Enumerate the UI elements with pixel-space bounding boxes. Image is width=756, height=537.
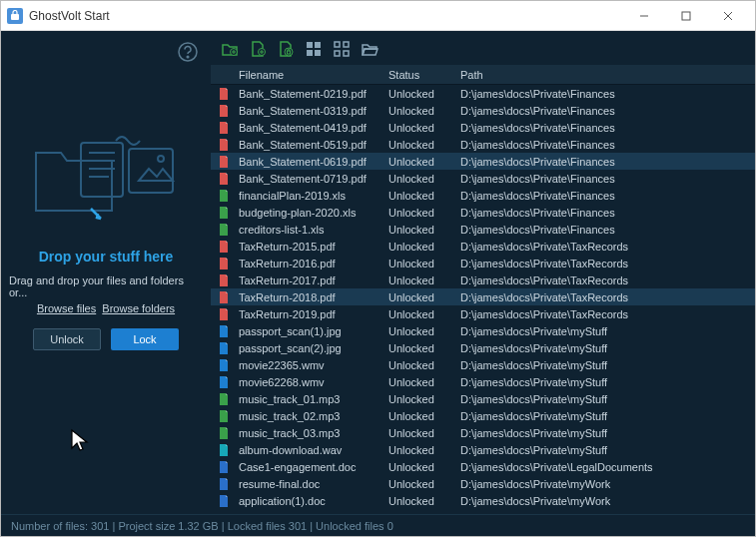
file-name: movie62268.wmv (239, 376, 388, 388)
security-icon[interactable] (275, 38, 297, 60)
open-folder-icon[interactable] (359, 38, 380, 60)
table-row[interactable]: passport_scan(1).jpgUnlockedD:\james\doc… (211, 322, 755, 339)
table-row[interactable]: resume-final.docUnlockedD:\james\docs\Pr… (211, 475, 755, 492)
file-name: TaxReturn-2015.pdf (239, 241, 388, 253)
table-row[interactable]: creditors-list-1.xlsUnlockedD:\james\doc… (211, 221, 755, 238)
statusbar: Number of files: 301 | Project size 1.32… (1, 514, 755, 536)
file-path: D:\james\docs\Private\Finances (460, 122, 755, 134)
file-name: movie22365.wmv (239, 359, 388, 371)
svg-rect-21 (315, 50, 321, 56)
file-name: resume-final.doc (239, 478, 388, 490)
file-name: Bank_Statement-0419.pdf (239, 122, 388, 134)
table-row[interactable]: Bank_Statement-0319.pdfUnlockedD:\james\… (211, 102, 755, 119)
app-icon (7, 8, 23, 24)
app-window: GhostVolt Start (0, 0, 756, 537)
file-name: Bank_Statement-0319.pdf (239, 105, 388, 117)
file-status: Unlocked (388, 241, 460, 253)
table-row[interactable]: music_track_02.mp3UnlockedD:\james\docs\… (211, 407, 755, 424)
small-icons-view-icon[interactable] (331, 38, 353, 60)
table-row[interactable]: Bank_Statement-0719.pdfUnlockedD:\james\… (211, 170, 755, 187)
file-status: Unlocked (388, 274, 460, 286)
file-path: D:\james\docs\Private\Finances (460, 207, 755, 219)
file-name: creditors-list-1.xls (239, 224, 388, 236)
table-row[interactable]: passport_scan(2).jpgUnlockedD:\james\doc… (211, 339, 755, 356)
file-name: Case1-engagement.doc (239, 461, 388, 473)
file-name: TaxReturn-2019.pdf (239, 308, 388, 320)
file-status: Unlocked (388, 122, 460, 134)
file-path: D:\james\docs\Private\myStuff (460, 376, 755, 388)
help-icon[interactable] (177, 41, 199, 63)
large-icons-view-icon[interactable] (303, 38, 325, 60)
table-row[interactable]: TaxReturn-2019.pdfUnlockedD:\james\docs\… (211, 305, 755, 322)
file-list-header: Filename Status Path (211, 65, 755, 85)
file-path: D:\james\docs\Private\myStuff (460, 393, 755, 405)
svg-rect-18 (307, 42, 313, 48)
file-path: D:\james\docs\Private\myStuff (460, 342, 755, 354)
table-row[interactable]: Bank_Statement-0619.pdfUnlockedD:\james\… (211, 153, 755, 170)
table-row[interactable]: TaxReturn-2017.pdfUnlockedD:\james\docs\… (211, 271, 755, 288)
file-list[interactable]: Bank_Statement-0219.pdfUnlockedD:\james\… (211, 85, 755, 514)
file-path: D:\james\docs\Private\Finances (460, 156, 755, 168)
col-path[interactable]: Path (460, 69, 755, 81)
unlock-button[interactable]: Unlock (33, 328, 101, 350)
file-path: D:\james\docs\Private\Finances (460, 88, 755, 100)
toolbar (211, 37, 755, 65)
table-row[interactable]: music_track_03.mp3UnlockedD:\james\docs\… (211, 424, 755, 441)
table-row[interactable]: TaxReturn-2016.pdfUnlockedD:\james\docs\… (211, 255, 755, 271)
file-status: Unlocked (388, 173, 460, 185)
add-file-icon[interactable] (247, 38, 269, 60)
table-row[interactable]: TaxReturn-2015.pdfUnlockedD:\james\docs\… (211, 238, 755, 255)
drop-subtitle: Drag and drop your files and folders or.… (9, 274, 203, 298)
file-status: Unlocked (388, 190, 460, 202)
table-row[interactable]: financialPlan-2019.xlsUnlockedD:\james\d… (211, 187, 755, 204)
table-row[interactable]: music_track_01.mp3UnlockedD:\james\docs\… (211, 390, 755, 407)
browse-links: Browse files Browse folders (37, 302, 175, 314)
file-path: D:\james\docs\Private\myStuff (460, 427, 755, 439)
table-row[interactable]: Bank_Statement-0219.pdfUnlockedD:\james\… (211, 85, 755, 102)
table-row[interactable]: Case1-engagement.docUnlockedD:\james\doc… (211, 458, 755, 475)
svg-rect-23 (344, 42, 349, 47)
svg-rect-19 (315, 42, 321, 48)
minimize-button[interactable] (623, 2, 665, 30)
table-row[interactable]: Bank_Statement-0419.pdfUnlockedD:\james\… (211, 119, 755, 136)
file-status: Unlocked (388, 139, 460, 151)
browse-folders-link[interactable]: Browse folders (102, 302, 175, 314)
file-name: Bank_Statement-0719.pdf (239, 173, 388, 185)
drop-title: Drop your stuff here (39, 249, 174, 265)
svg-rect-20 (307, 50, 313, 56)
file-name: TaxReturn-2017.pdf (239, 274, 388, 286)
file-name: music_track_02.mp3 (239, 410, 388, 422)
table-row[interactable]: application(1).docUnlockedD:\james\docs\… (211, 492, 755, 509)
file-path: D:\james\docs\Private\myStuff (460, 410, 755, 422)
file-status: Unlocked (388, 478, 460, 490)
table-row[interactable]: budgeting-plan-2020.xlsUnlockedD:\james\… (211, 204, 755, 221)
file-name: album-download.wav (239, 444, 388, 456)
table-row[interactable]: movie22365.wmvUnlockedD:\james\docs\Priv… (211, 356, 755, 373)
file-path: D:\james\docs\Private\Finances (460, 190, 755, 202)
window-controls (623, 2, 749, 30)
file-status: Unlocked (388, 156, 460, 168)
close-button[interactable] (707, 2, 749, 30)
svg-rect-24 (335, 51, 340, 56)
col-filename[interactable]: Filename (239, 69, 388, 81)
file-status: Unlocked (388, 224, 460, 236)
table-row[interactable]: Bank_Statement-0519.pdfUnlockedD:\james\… (211, 136, 755, 153)
file-status: Unlocked (388, 258, 460, 269)
file-status: Unlocked (388, 325, 460, 337)
file-name: passport_scan(2).jpg (239, 342, 388, 354)
browse-files-link[interactable]: Browse files (37, 302, 96, 314)
table-row[interactable]: album-download.wavUnlockedD:\james\docs\… (211, 441, 755, 458)
file-path: D:\james\docs\Private\myStuff (460, 359, 755, 371)
table-row[interactable]: movie62268.wmvUnlockedD:\james\docs\Priv… (211, 373, 755, 390)
table-row[interactable]: TaxReturn-2018.pdfUnlockedD:\james\docs\… (211, 288, 755, 305)
file-status: Unlocked (388, 427, 460, 439)
file-status: Unlocked (388, 410, 460, 422)
file-name: music_track_03.mp3 (239, 427, 388, 439)
add-folder-icon[interactable] (219, 38, 241, 60)
file-status: Unlocked (388, 88, 460, 100)
file-path: D:\james\docs\Private\myStuff (460, 444, 755, 456)
maximize-button[interactable] (665, 2, 707, 30)
lock-button[interactable]: Lock (111, 328, 179, 350)
col-status[interactable]: Status (388, 69, 460, 81)
action-buttons: Unlock Lock (33, 328, 179, 350)
